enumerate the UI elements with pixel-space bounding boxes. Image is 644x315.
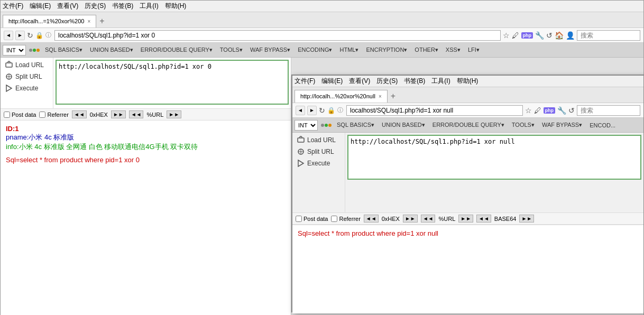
overlay-tab-close[interactable]: ×	[379, 94, 382, 99]
overlay-union-based-btn[interactable]: UNION BASED▾	[380, 122, 427, 128]
main-tab[interactable]: http://localh...=1%20xor%200 ×	[3, 15, 96, 27]
overlay-split-url-icon	[297, 147, 305, 156]
new-tab-button[interactable]: +	[96, 15, 107, 27]
highlight-icon[interactable]: 🖊	[512, 31, 519, 40]
overlay-url-textarea[interactable]: http://localhost/SQL/sql1.php?id=1 xor n…	[347, 135, 641, 180]
overlay-bookmark-icon[interactable]: ☆	[525, 106, 532, 115]
person-icon[interactable]: 👤	[566, 31, 575, 40]
address-input[interactable]	[54, 30, 501, 41]
overlay-menu-help[interactable]: 帮助(H)	[457, 77, 479, 86]
overlay-menu-history[interactable]: 历史(S)	[376, 77, 398, 86]
referrer-label: Referrer	[47, 112, 68, 118]
overlay-menu-edit[interactable]: 编辑(E)	[321, 77, 343, 86]
overlay-menu-file[interactable]: 文件(F)	[295, 77, 315, 86]
overlay-content: Load URL Split URL Execute	[292, 133, 643, 313]
overlay-refresh-icon[interactable]: ↺	[568, 106, 575, 115]
overlay-execute-btn[interactable]: Execute	[295, 158, 343, 169]
execute-btn[interactable]: Execute	[3, 83, 51, 94]
overlay-error-double-btn[interactable]: ERROR/DOUBLE QUERY▾	[430, 122, 507, 128]
overlay-int-select[interactable]: INT	[295, 120, 318, 131]
menu-history[interactable]: 历史(S)	[85, 2, 106, 11]
overlay-toolbar: INT SQL BASICS▾ UNION BASED▾ ERROR/DOUBL…	[292, 118, 643, 133]
overlay-load-url-btn[interactable]: Load URL	[295, 135, 343, 145]
xss-btn[interactable]: XSS▾	[444, 47, 463, 53]
overlay-base64-left-btn[interactable]: ◄◄	[476, 215, 491, 223]
reload-icon[interactable]: ↻	[27, 31, 33, 40]
main-tab-bar: http://localh...=1%20xor%200 × +	[1, 12, 643, 28]
svg-rect-0	[6, 63, 12, 67]
split-url-btn[interactable]: Split URL	[3, 71, 51, 82]
overlay-post-data-checkbox[interactable]	[296, 216, 302, 222]
overlay-toolbar-icon[interactable]: 🔧	[557, 106, 566, 115]
load-url-btn[interactable]: Load URL	[3, 60, 51, 70]
overlay-load-url-icon	[297, 136, 305, 144]
info-icon: ⓘ	[45, 31, 51, 39]
overlay-menu-tools[interactable]: 工具(I)	[431, 77, 450, 86]
action-sidebar: Load URL Split URL Execute	[1, 58, 291, 108]
overlay-url-right-btn[interactable]: ►►	[458, 215, 473, 223]
back-button[interactable]: ◄	[4, 31, 13, 40]
hex-right-btn[interactable]: ►►	[111, 110, 126, 118]
post-data-checkbox[interactable]	[4, 112, 10, 118]
dot-orange	[36, 49, 40, 52]
tools-btn[interactable]: TOOLS▾	[218, 47, 245, 53]
referrer-checkbox[interactable]	[39, 112, 45, 118]
html-btn[interactable]: HTML▾	[337, 47, 361, 53]
overlay-waf-bypass-btn[interactable]: WAF BYPASS▾	[540, 122, 584, 128]
url-left-btn[interactable]: ◄◄	[129, 110, 144, 118]
overlay-url-area: http://localhost/SQL/sql1.php?id=1 xor n…	[345, 133, 643, 212]
url-textarea[interactable]: http://localhost/SQL/sql1.php?id=1 xor 0	[56, 60, 289, 105]
overlay-load-url-label: Load URL	[307, 136, 336, 144]
overlay-new-tab-button[interactable]: +	[388, 90, 399, 102]
menu-edit[interactable]: 编辑(E)	[30, 2, 51, 11]
post-data-option: Post data	[4, 112, 36, 118]
search-input[interactable]	[577, 30, 640, 41]
url-right-btn[interactable]: ►►	[167, 110, 181, 118]
waf-bypass-btn[interactable]: WAF BYPASS▾	[248, 47, 292, 53]
overlay-menu-view[interactable]: 查看(V)	[349, 77, 370, 86]
error-double-btn[interactable]: ERROR/DOUBLE QUERY▾	[139, 47, 215, 53]
menu-view[interactable]: 查看(V)	[57, 2, 78, 11]
menu-help[interactable]: 帮助(H)	[165, 2, 187, 11]
toolbar-icon[interactable]: 🔧	[535, 31, 544, 40]
overlay-reload-icon[interactable]: ↻	[319, 106, 325, 115]
overlay-encod-btn[interactable]: ENCOD...	[587, 122, 618, 128]
overlay-hex-left-btn[interactable]: ◄◄	[364, 215, 379, 223]
overlay-referrer-checkbox[interactable]	[331, 216, 337, 222]
overlay-dot-gray	[321, 124, 324, 127]
overlay-hex-right-btn[interactable]: ►►	[403, 215, 418, 223]
refresh-icon[interactable]: ↺	[546, 31, 553, 40]
overlay-base64-right-btn[interactable]: ►►	[519, 215, 534, 223]
overlay-url-left-btn[interactable]: ◄◄	[421, 215, 436, 223]
menu-tools[interactable]: 工具(I)	[140, 2, 158, 11]
other-btn[interactable]: OTHER▾	[412, 47, 440, 53]
union-based-btn[interactable]: UNION BASED▾	[88, 47, 135, 53]
split-url-icon	[5, 72, 13, 81]
main-tab-close[interactable]: ×	[87, 18, 90, 24]
overlay-highlight-icon[interactable]: 🖊	[534, 106, 541, 115]
overlay-address-input[interactable]	[346, 105, 523, 116]
overlay-search-input[interactable]	[577, 105, 640, 116]
menu-bookmarks[interactable]: 书签(B)	[112, 2, 133, 11]
overlay-url-encode-label: %URL	[438, 216, 455, 222]
overlay-back-button[interactable]: ◄	[296, 106, 305, 115]
overlay-tools-btn[interactable]: TOOLS▾	[510, 122, 537, 128]
home-icon[interactable]: 🏠	[555, 31, 564, 40]
encoding-btn[interactable]: ENCODING▾	[296, 47, 334, 53]
bookmark-star-icon[interactable]: ☆	[503, 31, 510, 40]
overlay-forward-button[interactable]: ►	[307, 106, 317, 115]
hex-left-btn[interactable]: ◄◄	[72, 110, 87, 118]
overlay-tab-bar: http://localh...%20xor%20null × +	[292, 87, 643, 103]
overlay-tab[interactable]: http://localh...%20xor%20null ×	[295, 90, 388, 103]
dot-gray	[29, 49, 32, 52]
int-select[interactable]: INT	[3, 45, 26, 55]
overlay-menu-bookmarks[interactable]: 书签(B)	[404, 77, 425, 86]
result-sql: Sql=select * from product where pid=1 xo…	[6, 156, 286, 164]
overlay-split-url-btn[interactable]: Split URL	[295, 146, 343, 157]
overlay-sql-basics-btn[interactable]: SQL BASICS▾	[335, 122, 376, 128]
sql-basics-btn[interactable]: SQL BASICS▾	[43, 47, 85, 53]
forward-button[interactable]: ►	[15, 31, 25, 40]
menu-file[interactable]: 文件(F)	[3, 2, 23, 11]
lfi-btn[interactable]: LFI▾	[466, 47, 482, 53]
encryption-btn[interactable]: ENCRYPTION▾	[364, 47, 409, 53]
